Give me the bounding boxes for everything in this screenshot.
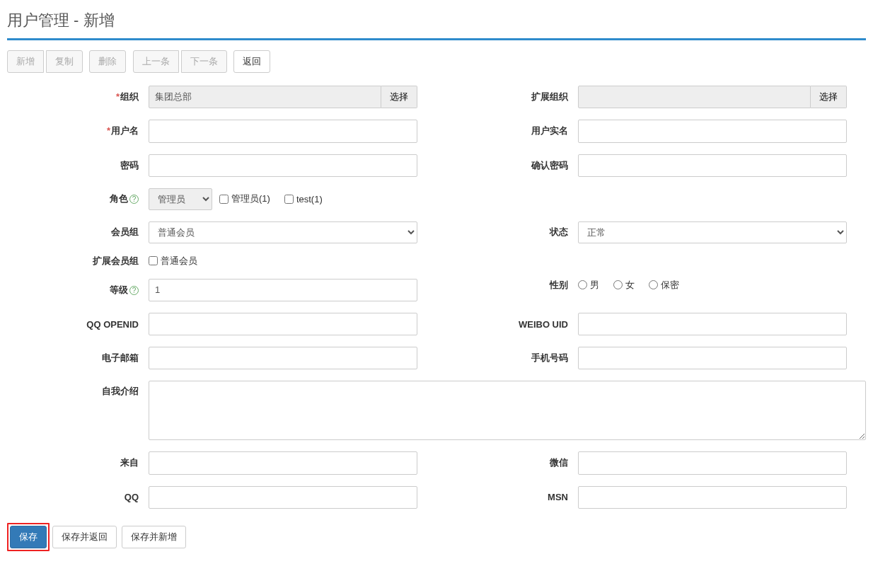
org-input[interactable] <box>149 86 381 108</box>
save-back-button[interactable]: 保存并返回 <box>52 526 117 548</box>
wechat-input[interactable] <box>578 451 847 474</box>
password-input[interactable] <box>149 154 417 177</box>
level-label: 等级? <box>7 284 149 296</box>
realname-input[interactable] <box>578 120 847 142</box>
toolbar: 新增 复制 删除 上一条 下一条 返回 <box>7 50 866 73</box>
status-select[interactable]: 正常 <box>578 221 847 243</box>
mobile-input[interactable] <box>578 347 847 369</box>
username-label: *用户名 <box>7 125 149 137</box>
username-input[interactable] <box>149 120 417 142</box>
mobile-label: 手机号码 <box>436 352 578 364</box>
email-input[interactable] <box>149 347 417 369</box>
prev-button[interactable]: 上一条 <box>133 50 179 73</box>
page-title: 用户管理 - 新增 <box>7 6 866 40</box>
ext-org-input[interactable] <box>578 86 811 108</box>
ext-org-select-button[interactable]: 选择 <box>811 86 847 108</box>
from-label: 来自 <box>7 456 149 469</box>
qq-openid-input[interactable] <box>149 313 417 335</box>
msn-input[interactable] <box>578 486 847 509</box>
help-icon[interactable]: ? <box>129 195 139 204</box>
level-input[interactable] <box>149 279 417 301</box>
gender-label: 性别 <box>436 279 578 292</box>
new-button[interactable]: 新增 <box>7 50 44 73</box>
status-label: 状态 <box>436 226 578 238</box>
delete-button[interactable]: 删除 <box>89 50 126 73</box>
gender-radio-female[interactable]: 女 <box>613 279 635 292</box>
gender-radio-male[interactable]: 男 <box>578 279 599 292</box>
org-select-button[interactable]: 选择 <box>381 86 417 108</box>
save-highlight-box: 保存 <box>7 523 50 551</box>
ext-group-checkbox[interactable]: 普通会员 <box>149 255 197 267</box>
weibo-uid-input[interactable] <box>578 313 847 335</box>
wechat-label: 微信 <box>436 456 578 469</box>
role-checkbox-admin[interactable]: 管理员(1) <box>219 192 270 205</box>
password-label: 密码 <box>7 159 149 172</box>
group-label: 会员组 <box>7 226 149 238</box>
help-icon[interactable]: ? <box>129 286 139 295</box>
footer-actions: 保存 保存并返回 保存并新增 <box>7 523 866 551</box>
gender-radio-secret[interactable]: 保密 <box>649 279 679 292</box>
confirm-password-input[interactable] <box>578 154 847 177</box>
next-button[interactable]: 下一条 <box>181 50 227 73</box>
bio-label: 自我介绍 <box>7 381 149 398</box>
copy-button[interactable]: 复制 <box>46 50 83 73</box>
save-button[interactable]: 保存 <box>10 526 47 548</box>
role-select[interactable]: 管理员 <box>149 188 212 210</box>
group-select[interactable]: 普通会员 <box>149 221 417 243</box>
org-label: *组织 <box>7 91 149 103</box>
user-form: *组织 选择 扩展组织 选择 *用户名 用户实名 <box>7 86 866 509</box>
ext-group-label: 扩展会员组 <box>7 255 149 267</box>
role-checkbox-test[interactable]: test(1) <box>284 194 323 204</box>
qq-input[interactable] <box>149 486 417 509</box>
ext-org-label: 扩展组织 <box>436 91 578 103</box>
realname-label: 用户实名 <box>436 125 578 137</box>
back-button[interactable]: 返回 <box>233 50 270 73</box>
confirm-password-label: 确认密码 <box>436 159 578 172</box>
bio-textarea[interactable] <box>149 381 866 440</box>
email-label: 电子邮箱 <box>7 352 149 364</box>
weibo-uid-label: WEIBO UID <box>436 319 578 330</box>
qq-label: QQ <box>7 492 149 502</box>
from-input[interactable] <box>149 451 417 474</box>
qq-openid-label: QQ OPENID <box>7 319 149 330</box>
msn-label: MSN <box>436 492 578 502</box>
role-label: 角色? <box>7 192 149 205</box>
save-new-button[interactable]: 保存并新增 <box>122 526 186 548</box>
